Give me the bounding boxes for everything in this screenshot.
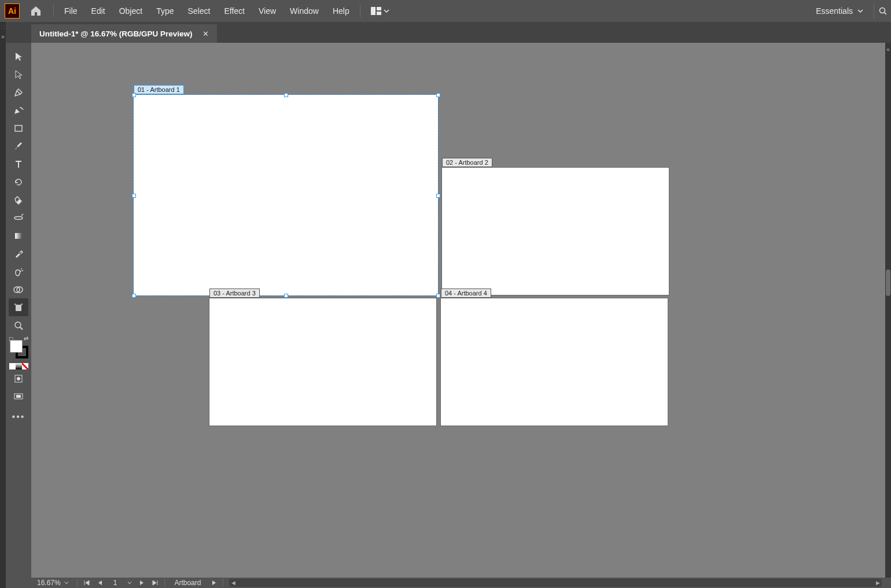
svg-rect-13 [16, 305, 21, 311]
artboard-nav-mode[interactable]: Artboard [167, 579, 208, 587]
zoom-tool[interactable] [9, 316, 28, 334]
eraser-tool[interactable] [9, 191, 28, 209]
direct-selection-tool[interactable] [9, 65, 28, 83]
menu-type[interactable]: Type [149, 2, 181, 20]
swap-fill-stroke-icon[interactable]: ⇄ [24, 335, 28, 342]
menu-select[interactable]: Select [181, 2, 218, 20]
artboard-04[interactable]: 04 - Artboard 4 [441, 298, 668, 426]
svg-rect-5 [15, 125, 22, 131]
horizontal-scrollbar[interactable]: ◀ ▶ [229, 579, 882, 587]
nav-mode-next[interactable] [208, 580, 220, 586]
artboard-02[interactable]: 02 - Artboard 2 [442, 168, 669, 295]
resize-handle[interactable] [284, 294, 288, 298]
resize-handle[interactable] [436, 93, 440, 97]
arrange-documents-button[interactable] [367, 5, 393, 17]
left-dock-gutter: ∷ » [0, 22, 6, 588]
edit-toolbar-button[interactable]: ••• [9, 405, 28, 423]
svg-rect-7 [15, 233, 22, 239]
draw-mode-button[interactable] [9, 369, 28, 387]
grip-icon: ∷ [0, 24, 6, 30]
search-button[interactable] [874, 3, 886, 19]
canvas[interactable]: 01 - Artboard 102 - Artboard 203 - Artbo… [31, 43, 885, 578]
selection-tool[interactable] [9, 47, 28, 65]
svg-line-15 [20, 327, 23, 330]
chevron-down-icon [64, 580, 69, 585]
pen-tool[interactable] [9, 83, 28, 101]
resize-handle[interactable] [132, 194, 136, 198]
svg-rect-1 [377, 7, 381, 10]
color-mode-solid[interactable] [9, 363, 16, 369]
scroll-right-button[interactable]: ▶ [874, 579, 882, 587]
next-artboard-button[interactable] [135, 580, 148, 586]
right-dock-gutter: « [885, 43, 891, 578]
first-artboard-button[interactable] [80, 580, 94, 586]
divider [53, 5, 54, 17]
resize-handle[interactable] [132, 294, 136, 298]
menu-object[interactable]: Object [112, 2, 149, 20]
color-mode-none[interactable] [22, 363, 28, 369]
symbol-sprayer-tool[interactable] [9, 262, 28, 280]
more-icon: ••• [12, 412, 25, 422]
close-tab-button[interactable]: ✕ [203, 29, 209, 38]
resize-handle[interactable] [284, 93, 288, 97]
svg-line-4 [885, 13, 887, 15]
last-artboard-button[interactable] [148, 580, 162, 586]
resize-handle[interactable] [436, 294, 440, 298]
type-tool[interactable] [9, 155, 28, 173]
screen-mode-button[interactable] [9, 387, 28, 405]
app-logo: Ai [5, 3, 20, 19]
menu-window[interactable]: Window [283, 2, 326, 20]
artboard-tool[interactable] [9, 298, 28, 316]
width-tool[interactable] [9, 209, 28, 227]
svg-rect-2 [377, 12, 381, 15]
menu-file[interactable]: File [57, 2, 84, 20]
menu-edit[interactable]: Edit [84, 2, 112, 20]
eyedropper-tool[interactable] [9, 245, 28, 262]
menu-help[interactable]: Help [326, 2, 356, 20]
expand-right-panels-button[interactable]: « [885, 46, 891, 53]
artboard-01[interactable]: 01 - Artboard 1 [134, 95, 438, 295]
color-mode-gradient[interactable] [16, 363, 22, 369]
artboard-label: 02 - Artboard 2 [442, 158, 492, 167]
menu-bar: Ai File Edit Object Type Select Effect V… [0, 0, 891, 22]
gradient-tool[interactable] [9, 227, 28, 245]
artboard-label: 01 - Artboard 1 [134, 85, 184, 94]
workspace-switcher[interactable]: Essentials [810, 3, 869, 19]
chevron-down-icon [384, 8, 389, 14]
paintbrush-tool[interactable] [9, 137, 28, 155]
svg-rect-19 [16, 395, 21, 398]
rectangle-tool[interactable] [9, 119, 28, 137]
menu-view[interactable]: View [252, 2, 283, 20]
document-tab[interactable]: Untitled-1* @ 16.67% (RGB/GPU Preview) ✕ [31, 24, 217, 43]
svg-rect-0 [371, 7, 375, 15]
document-tab-title: Untitled-1* @ 16.67% (RGB/GPU Preview) [39, 29, 192, 38]
prev-artboard-button[interactable] [94, 580, 106, 586]
tools-panel: ◻⇄••• [6, 43, 31, 588]
shape-builder-tool[interactable] [9, 280, 28, 298]
curvature-tool[interactable] [9, 101, 28, 119]
vertical-scrollbar-thumb[interactable] [886, 269, 890, 296]
rotate-tool[interactable] [9, 173, 28, 191]
expand-panels-button[interactable]: » [0, 34, 6, 40]
status-bar: 16.67% 1 Artboard ◀ ▶ [31, 578, 885, 588]
artboard-nav-field[interactable]: 1 [106, 579, 124, 587]
svg-point-14 [15, 322, 21, 328]
svg-point-9 [22, 270, 23, 271]
menu-effect[interactable]: Effect [217, 2, 252, 20]
zoom-level-dropdown[interactable]: 16.67% [31, 579, 75, 587]
artboard-03[interactable]: 03 - Artboard 3 [209, 298, 436, 426]
scroll-left-button[interactable]: ◀ [229, 579, 237, 587]
divider [360, 5, 360, 17]
workspace-label: Essentials [816, 6, 853, 16]
home-button[interactable] [25, 2, 46, 20]
nav-dropdown[interactable] [124, 580, 135, 585]
document-tab-bar: Untitled-1* @ 16.67% (RGB/GPU Preview) ✕ [0, 22, 891, 43]
chevron-down-icon [857, 8, 863, 14]
fill-stroke-control[interactable]: ◻⇄ [9, 335, 28, 355]
svg-point-10 [20, 271, 21, 272]
resize-handle[interactable] [436, 194, 440, 198]
svg-point-17 [17, 377, 20, 380]
svg-point-3 [880, 8, 885, 13]
resize-handle[interactable] [132, 93, 136, 97]
fill-swatch[interactable] [10, 340, 23, 353]
